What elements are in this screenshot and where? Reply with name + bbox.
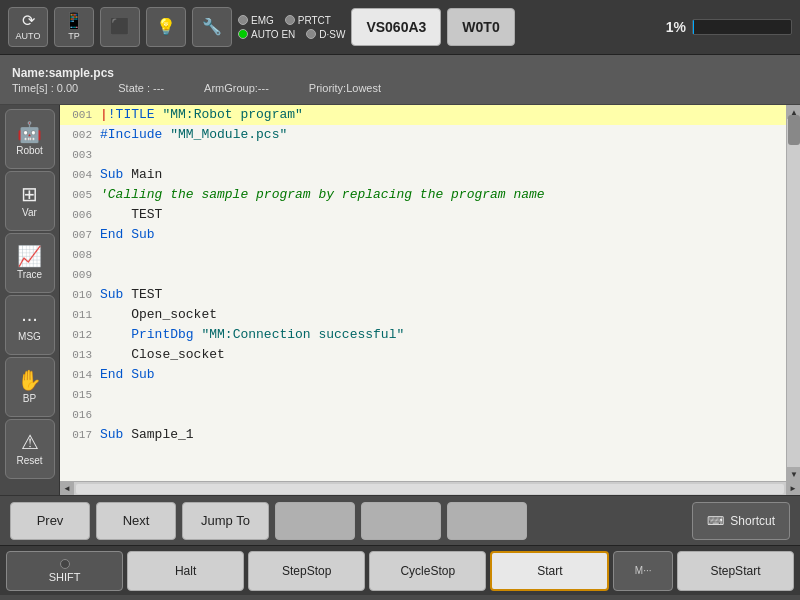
mode1-button[interactable]: VS060A3 [351, 8, 441, 46]
scroll-right-arrow[interactable]: ► [786, 482, 800, 496]
light-button[interactable]: 💡 [146, 7, 186, 47]
horizontal-scrollbar[interactable]: ◄ ► [60, 481, 800, 495]
line-content-16 [96, 405, 112, 425]
emg-radio [238, 15, 248, 25]
shortcut-button[interactable]: ⌨ Shortcut [692, 502, 790, 540]
line-content-6: TEST [96, 205, 166, 225]
line-num-13: 013 [60, 345, 96, 365]
code-line-14: 014 End Sub [60, 365, 786, 385]
line-num-1: 001 [60, 105, 96, 125]
scroll-down-arrow[interactable]: ▼ [787, 467, 800, 481]
hscroll-track[interactable] [76, 484, 784, 494]
sidebar-item-bp[interactable]: ✋ BP [5, 357, 55, 417]
scroll-thumb[interactable] [788, 115, 800, 145]
d-sw-label: D·SW [319, 29, 345, 40]
auto-en-label: AUTO EN [251, 29, 295, 40]
scroll-left-arrow[interactable]: ◄ [60, 482, 74, 496]
code-panel: 001 |!TITLE "MM:Robot program" 002 #Incl… [60, 105, 800, 495]
sidebar-bp-label: BP [23, 393, 36, 404]
step-start-button[interactable]: StepStart [677, 551, 794, 591]
sidebar-item-msg[interactable]: ··· MSG [5, 295, 55, 355]
start-label: Start [537, 564, 562, 578]
code-editor[interactable]: 001 |!TITLE "MM:Robot program" 002 #Incl… [60, 105, 786, 481]
line-num-7: 007 [60, 225, 96, 245]
sidebar-trace-label: Trace [17, 269, 42, 280]
prev-button[interactable]: Prev [10, 502, 90, 540]
bottom-bar: SHIFT Halt StepStop CycleStop Start M···… [0, 545, 800, 595]
stop-icon: ⬛ [110, 19, 130, 35]
sidebar-var-label: Var [22, 207, 37, 218]
code-line-5: 005 'Calling the sample program by repla… [60, 185, 786, 205]
line-num-11: 011 [60, 305, 96, 325]
main-area: 🤖 Robot ⊞ Var 📈 Trace ··· MSG ✋ BP ⚠ Res… [0, 105, 800, 495]
code-line-8: 008 [60, 245, 786, 265]
jump-to-button[interactable]: Jump To [182, 502, 269, 540]
nav-empty-3[interactable] [447, 502, 527, 540]
code-line-11: 011 Open_socket [60, 305, 786, 325]
code-line-12: 012 PrintDbg "MM:Connection successful" [60, 325, 786, 345]
cycle-stop-label: CycleStop [400, 564, 455, 578]
sidebar: 🤖 Robot ⊞ Var 📈 Trace ··· MSG ✋ BP ⚠ Res… [0, 105, 60, 495]
sidebar-robot-label: Robot [16, 145, 43, 156]
auto-button[interactable]: ⟳ AUTO [8, 7, 48, 47]
shortcut-icon: ⌨ [707, 514, 724, 528]
state-label: State : --- [118, 82, 164, 94]
mode2-button[interactable]: W0T0 [447, 8, 514, 46]
line-num-17: 017 [60, 425, 96, 445]
line-content-1: |!TITLE "MM:Robot program" [96, 105, 307, 125]
arm-group-label: ArmGroup:--- [204, 82, 269, 94]
line-content-2: #Include "MM_Module.pcs" [96, 125, 291, 145]
nav-empty-2[interactable] [361, 502, 441, 540]
priority-label: Priority:Lowest [309, 82, 381, 94]
line-content-14: End Sub [96, 365, 159, 385]
halt-button[interactable]: Halt [127, 551, 244, 591]
halt-label: Halt [175, 564, 196, 578]
start-button[interactable]: Start [490, 551, 609, 591]
tp-button[interactable]: 📱 TP [54, 7, 94, 47]
msg-icon: ··· [21, 308, 38, 328]
cycle-stop-button[interactable]: CycleStop [369, 551, 486, 591]
line-num-2: 002 [60, 125, 96, 145]
line-num-4: 004 [60, 165, 96, 185]
code-line-3: 003 [60, 145, 786, 165]
vertical-scrollbar[interactable]: ▲ ▼ [786, 105, 800, 481]
line-num-15: 015 [60, 385, 96, 405]
sidebar-item-robot[interactable]: 🤖 Robot [5, 109, 55, 169]
code-line-17: 017 Sub Sample_1 [60, 425, 786, 445]
emg-label: EMG [251, 15, 274, 26]
line-num-14: 014 [60, 365, 96, 385]
stop-button[interactable]: ⬛ [100, 7, 140, 47]
line-content-7: End Sub [96, 225, 159, 245]
line-content-8 [96, 245, 112, 265]
time-label: Time[s] : 0.00 [12, 82, 78, 94]
more-button[interactable]: M··· [613, 551, 673, 591]
top-bar: ⟳ AUTO 📱 TP ⬛ 💡 🔧 EMG PRTCT AUTO EN D·SW… [0, 0, 800, 55]
sidebar-reset-label: Reset [16, 455, 42, 466]
line-num-5: 005 [60, 185, 96, 205]
line-num-8: 008 [60, 245, 96, 265]
auto-icon: ⟳ [22, 13, 35, 29]
sidebar-msg-label: MSG [18, 331, 41, 342]
line-content-12: PrintDbg "MM:Connection successful" [96, 325, 408, 345]
light-icon: 💡 [156, 19, 176, 35]
code-line-10: 010 Sub TEST [60, 285, 786, 305]
next-button[interactable]: Next [96, 502, 176, 540]
shift-button[interactable]: SHIFT [6, 551, 123, 591]
shift-indicator [60, 559, 70, 569]
shortcut-label: Shortcut [730, 514, 775, 528]
sidebar-item-trace[interactable]: 📈 Trace [5, 233, 55, 293]
mode2-label: W0T0 [462, 19, 499, 35]
bp-icon: ✋ [17, 370, 42, 390]
step-stop-button[interactable]: StepStop [248, 551, 365, 591]
line-num-6: 006 [60, 205, 96, 225]
tool-button[interactable]: 🔧 [192, 7, 232, 47]
sidebar-item-reset[interactable]: ⚠ Reset [5, 419, 55, 479]
reset-icon: ⚠ [21, 432, 39, 452]
line-num-3: 003 [60, 145, 96, 165]
sidebar-item-var[interactable]: ⊞ Var [5, 171, 55, 231]
line-num-16: 016 [60, 405, 96, 425]
step-start-label: StepStart [710, 564, 760, 578]
step-stop-label: StepStop [282, 564, 331, 578]
nav-empty-1[interactable] [275, 502, 355, 540]
line-content-9 [96, 265, 112, 285]
